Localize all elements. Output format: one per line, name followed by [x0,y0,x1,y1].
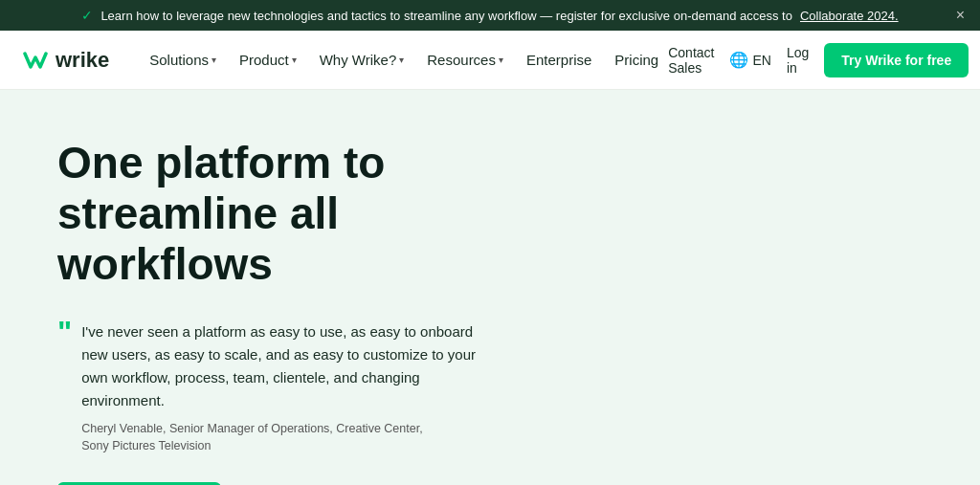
globe-icon: 🌐 [729,51,748,69]
close-icon[interactable]: × [956,7,965,24]
nav-product-label: Product [239,52,289,68]
quote-mark-icon: " [57,317,72,347]
testimonial-content: I've never seen a platform as easy to us… [81,320,498,456]
banner-link[interactable]: Collaborate 2024. [800,9,899,23]
testimonial-text: I've never seen a platform as easy to us… [81,320,498,412]
nav-right: Contact Sales 🌐 EN Log in Try Wrike for … [668,43,969,77]
nav-enterprise-label: Enterprise [526,52,591,68]
logo-text: wrike [56,48,109,73]
hero-section: One platform to streamline all workflows… [0,90,980,485]
try-free-button-nav[interactable]: Try Wrike for free [824,43,969,77]
nav-why-wrike[interactable]: Why Wrike? ▾ [310,44,414,76]
contact-sales-link[interactable]: Contact Sales [668,45,714,76]
navbar: wrike Solutions ▾ Product ▾ Why Wrike? ▾… [0,31,980,90]
nav-solutions-label: Solutions [149,52,209,68]
logo[interactable]: wrike [23,48,109,73]
testimonial: " I've never seen a platform as easy to … [57,320,498,456]
language-label: EN [752,53,770,68]
nav-pricing[interactable]: Pricing [605,44,668,76]
nav-product[interactable]: Product ▾ [230,44,306,76]
chevron-down-icon: ▾ [499,55,503,65]
language-selector[interactable]: 🌐 EN [729,51,770,69]
hero-headline: One platform to streamline all workflows [57,138,517,290]
chevron-down-icon: ▾ [399,55,404,65]
nav-pricing-label: Pricing [614,52,658,68]
chevron-down-icon: ▾ [212,55,216,65]
announcement-banner: ✓ Learn how to leverage new technologies… [0,0,980,31]
nav-why-wrike-label: Why Wrike? [320,52,397,68]
check-icon: ✓ [81,8,93,23]
nav-solutions[interactable]: Solutions ▾ [140,44,226,76]
nav-links: Solutions ▾ Product ▾ Why Wrike? ▾ Resou… [140,44,668,76]
nav-enterprise[interactable]: Enterprise [517,44,601,76]
chevron-down-icon: ▾ [292,55,297,65]
banner-text: Learn how to leverage new technologies a… [100,9,792,23]
nav-resources-label: Resources [427,52,496,68]
nav-resources[interactable]: Resources ▾ [417,44,513,76]
wrike-logo-icon [23,50,50,71]
login-link[interactable]: Log in [787,45,809,76]
testimonial-author: Cheryl Venable, Senior Manager of Operat… [81,420,498,456]
